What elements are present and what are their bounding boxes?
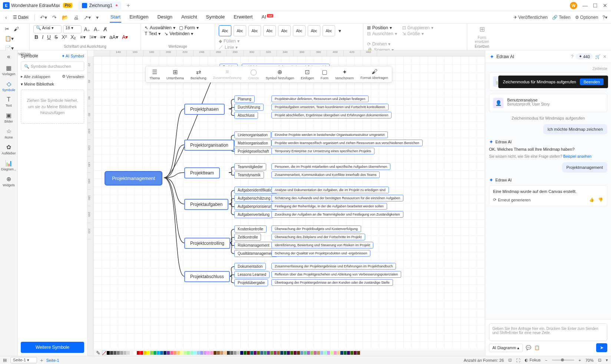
font-family-select[interactable]: 🔍 Arial ▾ — [33, 25, 62, 33]
color-swatch[interactable] — [350, 351, 353, 355]
mindmap-detail[interactable]: Schätzung des Aufwands und der benötigte… — [271, 195, 403, 201]
color-swatch[interactable] — [137, 351, 140, 355]
undo-button[interactable]: ↶▾ — [39, 14, 49, 21]
color-swatch[interactable] — [244, 351, 247, 355]
color-swatch[interactable] — [270, 351, 273, 355]
color-swatch[interactable] — [294, 351, 297, 355]
rotate-dropdown[interactable]: ⟳ Drehen▾ — [367, 41, 394, 47]
close-panel-button[interactable]: ✕ — [603, 54, 607, 59]
thumbs-down-button[interactable]: 👎 — [598, 197, 603, 202]
color-swatch[interactable] — [194, 351, 196, 355]
mindmap-branch[interactable]: Projektaufgaben — [184, 199, 228, 210]
mindmap-leaf[interactable]: Projektgesellschaft — [234, 148, 272, 155]
mindmap-branch[interactable]: Projektphasen — [184, 104, 225, 115]
ft-beautify[interactable]: ✦Verschönern — [335, 69, 354, 80]
ft-add-symbol[interactable]: ⊕Symbol hinzufügen — [266, 69, 294, 80]
color-swatch[interactable] — [210, 351, 213, 355]
subscript-button[interactable]: X₂ — [69, 33, 77, 41]
color-swatch[interactable] — [267, 351, 270, 355]
regenerate-button[interactable]: ⟳ Erneut generieren — [493, 197, 531, 202]
color-swatch[interactable] — [337, 351, 340, 355]
color-swatch[interactable] — [297, 351, 300, 355]
color-swatch[interactable] — [240, 351, 243, 355]
color-swatch[interactable] — [257, 351, 260, 355]
line-spacing-button[interactable]: ≡▾ — [79, 33, 86, 41]
rail-templates[interactable]: ▦Vorlagen — [0, 64, 17, 76]
color-swatch[interactable] — [187, 351, 190, 355]
mindmap-detail[interactable]: Projektstruktur definieren, Ressourcen u… — [271, 96, 369, 102]
rail-text[interactable]: TText — [0, 96, 17, 107]
ai-mode-select[interactable]: AI Diagramm ▴ — [489, 344, 523, 352]
ft-theme[interactable]: ☰Thema — [149, 69, 160, 80]
no-color[interactable] — [102, 351, 106, 355]
open-button[interactable]: 📂 — [60, 14, 70, 21]
color-swatch[interactable] — [207, 351, 210, 355]
credits-badge[interactable]: ✦ 440 — [576, 53, 593, 60]
zoom-fit-icon[interactable]: ⊡ — [598, 358, 601, 363]
rail-icons[interactable]: ☆Ikone — [0, 128, 17, 139]
color-swatch[interactable] — [330, 351, 333, 355]
zoom-out-button[interactable]: − — [545, 358, 547, 363]
text-tool[interactable]: T Text▾ — [145, 31, 161, 36]
paste-button[interactable]: 📋▾ — [4, 35, 15, 42]
color-swatch[interactable] — [107, 351, 110, 355]
color-swatch[interactable] — [344, 351, 347, 355]
ft-insert[interactable]: ⊡Einfügen — [301, 69, 314, 80]
mindmap-detail[interactable]: Zuordnung der Aufgaben an die Teammitgli… — [271, 211, 403, 218]
ai-symbol-button[interactable]: ✦ AI Symbol — [62, 54, 84, 59]
close-button[interactable]: ✕ — [603, 3, 607, 9]
mindmap-detail[interactable]: Festlegung der Reihenfolge, in der die A… — [271, 203, 387, 210]
color-swatch[interactable] — [143, 351, 146, 355]
collapse-rail[interactable]: « — [0, 53, 17, 60]
mindmap-detail[interactable]: Übertragung der Projektergebnisse an den… — [271, 279, 393, 286]
color-swatch[interactable] — [234, 351, 237, 355]
manage-button[interactable]: ⚙ Verwalten — [62, 74, 84, 79]
eyedropper-icon[interactable]: ✎ — [95, 349, 102, 356]
mindmap-detail[interactable]: Projektaufgaben umsetzen, Team koordinie… — [271, 104, 389, 110]
collapse-all-button[interactable]: ▸ Alle zuklappen — [21, 74, 50, 79]
my-library-header[interactable]: ▾ Meine Bibliothek — [21, 82, 84, 87]
ft-summary[interactable]: ≡Zusammenfassung — [213, 69, 242, 80]
fill-dropdown[interactable]: ◆ Füllen▾ — [219, 39, 245, 44]
mindmap-root[interactable]: Projektmanagement — [105, 171, 162, 186]
publish-button[interactable]: ✈ Veröffentlichen — [513, 15, 548, 20]
back-button[interactable]: ‹ — [4, 14, 9, 21]
symbol-search-input[interactable]: 🔍 Symbole durchsuchen — [21, 61, 84, 71]
color-swatch[interactable] — [357, 351, 360, 355]
mindmap-leaf[interactable]: Projektübergabe — [234, 279, 268, 286]
more-symbols-button[interactable]: Weitere Symbole — [21, 342, 84, 353]
add-page-button[interactable]: + — [40, 357, 43, 363]
mindmap-detail[interactable]: Überwachung der Projektbudgets und Koste… — [271, 226, 361, 232]
color-swatch[interactable] — [334, 351, 337, 355]
cut-button[interactable]: ✂ — [4, 25, 10, 33]
tab-insert[interactable]: Einfügen — [129, 12, 149, 23]
color-swatch[interactable] — [260, 351, 263, 355]
color-swatch[interactable] — [180, 351, 183, 355]
color-swatch[interactable] — [287, 351, 290, 355]
end-mode-button[interactable]: Beenden — [580, 79, 604, 85]
mindmap-detail[interactable]: Sicherung der Qualität von Projektproduk… — [271, 250, 370, 257]
underline-button[interactable]: U — [46, 33, 52, 41]
mindmap-leaf[interactable]: Aufgabenpriorisierung — [234, 203, 277, 210]
rail-stickers[interactable]: ✿Aufkleber — [0, 144, 17, 155]
color-swatch[interactable] — [197, 351, 200, 355]
mindmap-detail[interactable]: Reflexion über das Projektgeschehen und … — [271, 271, 401, 278]
suggestion-card[interactable]: 👤 BenutzeranalyseBenutzerprofil, User St… — [489, 94, 607, 112]
style-preset[interactable]: Abc — [323, 25, 335, 36]
style-preset[interactable]: Abc — [248, 25, 261, 36]
style-preset[interactable]: Abc — [308, 25, 320, 36]
color-swatch[interactable] — [217, 351, 220, 355]
add-tab-button[interactable]: + — [126, 2, 130, 9]
font-size-select[interactable]: 18 ▾ — [63, 25, 82, 33]
color-swatch[interactable] — [250, 351, 253, 355]
file-menu[interactable]: ☰ Datei — [11, 14, 31, 21]
mindmap-branch[interactable]: Projektabschluss — [184, 271, 230, 282]
rail-diagrams[interactable]: 📊Diagram... — [0, 160, 17, 171]
format-painter-button[interactable]: 🖌 — [13, 25, 20, 33]
help-button[interactable]: ?▾ — [602, 15, 607, 20]
color-swatch[interactable] — [307, 351, 310, 355]
color-swatch[interactable] — [164, 351, 166, 355]
more-qat[interactable]: ▾ — [95, 14, 100, 21]
mindmap-detail[interactable]: Projekt abschließen, Ergebnisse übergebe… — [271, 112, 392, 118]
fit-icon[interactable]: ⊡ — [508, 358, 512, 363]
